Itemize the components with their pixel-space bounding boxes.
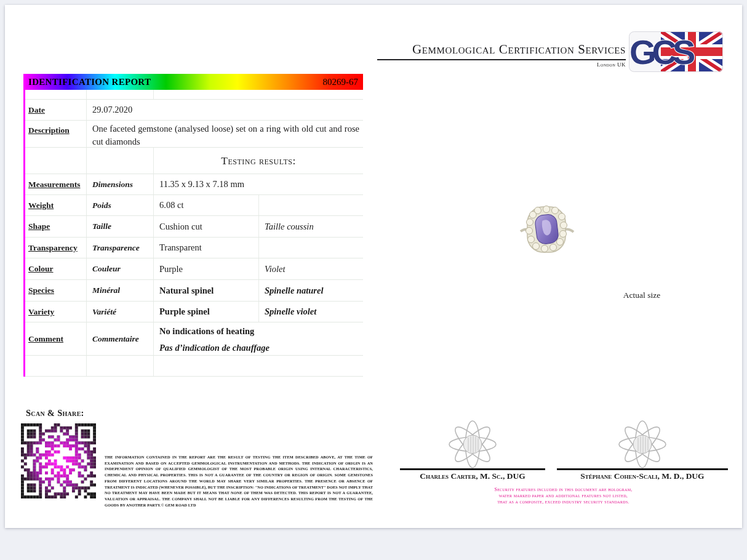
company-name: Gemmological Certification Services xyxy=(377,42,626,60)
table-row-description: Description One faceted gemstone (analys… xyxy=(25,121,363,148)
qr-hologram-glow xyxy=(21,422,96,500)
measurements-label-fr: Dimensions xyxy=(92,180,133,190)
results-table: Date 29.07.2020 Description One faceted … xyxy=(23,90,363,377)
weight-value: 6.08 ct xyxy=(159,200,183,210)
disclaimer-text: THE INFORMATION CONTAINED IN THE REPORT … xyxy=(105,454,373,508)
atom-flower-icon xyxy=(616,418,669,470)
atom-flower-icon xyxy=(446,418,499,470)
table-row-measurements: Measurements Dimensions 11.35 x 9.13 x 7… xyxy=(25,174,363,195)
actual-size-caption: Actual size xyxy=(602,290,682,300)
report-title-bar: IDENTIFICATION REPORT 80269-67 xyxy=(23,74,363,90)
weight-label-fr: Poids xyxy=(92,201,111,210)
signatory-name-left: Charles Carter, M. Sc., DUG xyxy=(400,471,545,481)
security-note-line: water marked paper and additional featur… xyxy=(399,493,728,499)
transparency-label: Transparency xyxy=(28,243,78,253)
variety-value-fr: Spinelle violet xyxy=(265,306,316,317)
comment-label: Comment xyxy=(28,334,63,344)
table-row-date: Date 29.07.2020 xyxy=(25,100,363,121)
table-row-section-heading: Testing results: xyxy=(25,148,363,174)
date-value: 29.07.2020 xyxy=(92,105,132,115)
signature-left: Charles Carter, M. Sc., DUG xyxy=(400,418,545,481)
table-row xyxy=(25,90,363,100)
measurements-label: Measurements xyxy=(28,180,80,190)
table-row-shape: Shape Taille Cushion cut Taille coussin xyxy=(25,216,363,238)
transparency-label-fr: Transparence xyxy=(92,243,140,253)
shape-label: Shape xyxy=(28,222,50,231)
table-row-transparency: Transparency Transparence Transparent xyxy=(25,238,363,258)
document-viewer-background: { "header": { "company_name": "Gemmologi… xyxy=(0,0,747,560)
date-label: Date xyxy=(28,105,45,115)
security-note-line: that as a composite, exceed industry sec… xyxy=(399,499,728,505)
comment-value: No indications of heating xyxy=(159,323,359,340)
table-row-colour: Colour Couleur Purple Violet xyxy=(25,258,363,280)
signatory-name-right: Stéphane Cohen-Scali, M. D., DUG xyxy=(557,471,728,481)
colour-label: Colour xyxy=(28,264,54,274)
qr-code xyxy=(21,422,96,500)
variety-label: Variety xyxy=(28,307,54,317)
table-row-species: Species Minéral Natural spinel Spinelle … xyxy=(25,280,363,302)
testing-results-heading: Testing results: xyxy=(154,154,363,167)
measurements-value: 11.35 x 9.13 x 7.18 mm xyxy=(159,179,244,190)
description-label: Description xyxy=(28,126,70,135)
table-row-weight: Weight Poids 6.08 ct xyxy=(25,195,363,216)
security-note: Security features included in this docum… xyxy=(399,487,728,505)
security-note-line: Security features included in this docum… xyxy=(399,487,728,493)
variety-value: Purple spinel xyxy=(159,306,210,317)
comment-value-fr: Pas d’indication de chauffage xyxy=(159,340,359,356)
shape-value-fr: Taille coussin xyxy=(265,222,314,232)
transparency-value: Transparent xyxy=(159,242,202,253)
logo-letters: GCS xyxy=(629,33,695,71)
signature-right: Stéphane Cohen-Scali, M. D., DUG xyxy=(557,418,728,481)
colour-label-fr: Couleur xyxy=(92,264,121,274)
species-label-fr: Minéral xyxy=(92,286,120,295)
variety-label-fr: Variété xyxy=(92,307,116,317)
table-row xyxy=(25,356,363,377)
shape-label-fr: Taille xyxy=(92,222,111,231)
certificate-page: Gemmological Certification Services Lond… xyxy=(5,5,742,528)
company-location: London UK xyxy=(377,62,626,68)
weight-label: Weight xyxy=(28,201,54,210)
shape-value: Cushion cut xyxy=(159,222,202,232)
signature-line xyxy=(400,468,545,470)
species-label: Species xyxy=(28,286,54,295)
table-row-comment: Comment Commentaire No indications of he… xyxy=(25,322,363,356)
colour-value-fr: Violet xyxy=(265,264,286,274)
company-header: Gemmological Certification Services Lond… xyxy=(377,42,626,68)
species-value: Natural spinel xyxy=(159,286,214,296)
comment-label-fr: Commentaire xyxy=(92,334,139,344)
description-value: One faceted gemstone (analysed loose) se… xyxy=(92,119,359,148)
ring-photo xyxy=(517,203,576,258)
report-title: IDENTIFICATION REPORT xyxy=(28,77,151,87)
scan-share-heading: Scan & Share: xyxy=(26,408,84,418)
colour-value: Purple xyxy=(159,264,183,274)
gcs-flag-logo-icon: GCS xyxy=(629,31,723,72)
table-row-variety: Variety Variété Purple spinel Spinelle v… xyxy=(25,302,363,322)
report-number: 80269-67 xyxy=(323,77,359,87)
species-value-fr: Spinelle naturel xyxy=(265,286,323,296)
signature-line xyxy=(557,468,728,470)
